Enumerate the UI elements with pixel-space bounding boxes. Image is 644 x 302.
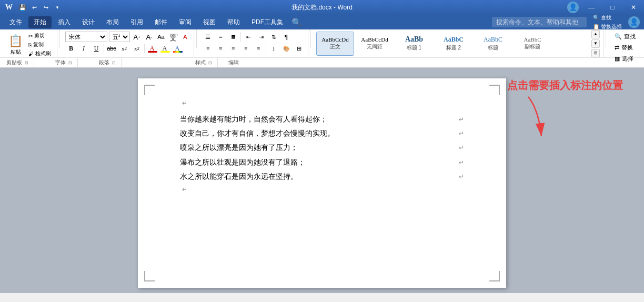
user-icon-menu[interactable]: 👤 [628, 16, 640, 28]
para-mark-4: ↵ [459, 172, 464, 183]
clear-format-button[interactable]: A [180, 32, 190, 42]
sep-para2 [266, 44, 266, 53]
subscript-button[interactable]: x2 [118, 43, 130, 54]
sep-font2 [144, 44, 145, 53]
align-center-button[interactable]: ≡ [215, 43, 226, 54]
cut-icon: ✂ [28, 33, 33, 39]
menu-pdf-tools[interactable]: PDF工具集 [246, 16, 288, 28]
doc-line-text-0: 当你越来越有能力时，自然会有人看得起你； [180, 113, 457, 126]
quick-access-dropdown[interactable]: ▼ [53, 3, 62, 12]
table-row: 当你越来越有能力时，自然会有人看得起你； ↵ [180, 113, 464, 126]
multilevel-button[interactable]: ≣ [227, 32, 239, 42]
align-right-button[interactable]: ≡ [227, 43, 239, 54]
ribbon-labels-row: 剪贴板 ⊡ 字体 ⊡ 段落 ⊡ 样式 ⊡ 编辑 [0, 58, 644, 67]
sep2 [196, 29, 197, 48]
font-expand-btn[interactable]: ⊡ [67, 59, 73, 66]
format-painter-button[interactable]: 🖌 格式刷 [27, 49, 53, 58]
style-h2-label: 标题 2 [446, 44, 461, 52]
cut-button[interactable]: ✂ 剪切 [27, 32, 53, 40]
menu-home[interactable]: 开始 [28, 16, 52, 28]
copy-button[interactable]: ⎘ 复制 [27, 41, 53, 49]
align-left-button[interactable]: ≡ [202, 43, 214, 54]
find-button[interactable]: 🔍 查找 [611, 32, 639, 42]
menu-review[interactable]: 审阅 [174, 16, 197, 28]
text-effect-button[interactable]: A [172, 43, 183, 54]
close-button[interactable]: ✕ [623, 0, 644, 15]
style-subtitle[interactable]: AaBbC 副标题 [514, 32, 551, 56]
style-h2[interactable]: AaBbC 标题 2 [435, 32, 472, 56]
bold-button[interactable]: B [65, 43, 77, 54]
search-icon-menu: 🔍 [291, 17, 302, 27]
save-quick-btn[interactable]: 💾 [18, 3, 27, 12]
menu-file[interactable]: 文件 [4, 16, 27, 28]
word-icon: W [4, 3, 14, 12]
command-search-input[interactable] [492, 17, 587, 27]
redo-quick-btn[interactable]: ↪ [41, 3, 51, 12]
document-area[interactable]: 打开Word文档，点击需要插入标注的位置 ↵ 当你越来越有能力时，自然会有人看得… [0, 68, 644, 293]
menu-design[interactable]: 设计 [77, 16, 100, 28]
style-title[interactable]: AaBbC 标题 [474, 32, 512, 56]
para-label-row: 段落 ⊡ [78, 58, 122, 67]
doc-empty-top: ↵ [180, 99, 464, 107]
font-row2: B I U abc x2 x2 A A A [65, 43, 183, 54]
increase-font-button[interactable]: A+ [132, 32, 142, 42]
underline-button[interactable]: U [90, 43, 102, 54]
para-expand-btn[interactable]: ⊡ [110, 59, 117, 66]
numbering-button[interactable]: ≡ [215, 32, 226, 42]
clipboard-expand-btn[interactable]: ⊡ [23, 59, 29, 66]
font-row1: 宋体 五号 A+ A- Aa wen 文 A [65, 32, 190, 42]
change-case-button[interactable]: Aa [156, 32, 166, 42]
borders-button[interactable]: ⊞ [293, 43, 305, 54]
shading-button[interactable]: 🎨 [280, 43, 292, 54]
document-page[interactable]: ↵ 当你越来越有能力时，自然会有人看得起你； ↵ 改变自己，你才有自信，梦想才会… [138, 78, 506, 288]
style-normal[interactable]: AaBbCcDd 正文 [316, 32, 354, 56]
font-group: 宋体 五号 A+ A- Aa wen 文 A B I U abc [62, 29, 194, 57]
style-nospace[interactable]: AaBbCcDd 无间距 [356, 32, 394, 56]
paste-icon: 📋 [8, 34, 23, 48]
decrease-indent-button[interactable]: ⇤ [243, 32, 254, 42]
menu-layout[interactable]: 布局 [101, 16, 124, 28]
document-content[interactable]: 当你越来越有能力时，自然会有人看得起你； ↵ 改变自己，你才有自信，梦想才会慢慢… [180, 113, 464, 196]
distribute-button[interactable]: ≡ [253, 43, 264, 54]
select-button[interactable]: ▦ 选择 [611, 54, 637, 64]
font-label-row: 字体 ⊡ [34, 58, 78, 67]
phonetic-button[interactable]: wen 文 [168, 32, 178, 42]
menu-references[interactable]: 引用 [125, 16, 148, 28]
italic-button[interactable]: I [78, 43, 89, 54]
sort-button[interactable]: ⇅ [268, 32, 279, 42]
superscript-button[interactable]: x2 [131, 43, 143, 54]
para-mark-0: ↵ [459, 114, 464, 126]
increase-indent-button[interactable]: ⇥ [255, 32, 267, 42]
justify-button[interactable]: ≡ [240, 43, 251, 54]
font-color-button[interactable]: A [146, 43, 158, 54]
user-avatar[interactable]: 👤 [567, 2, 579, 13]
menu-insert[interactable]: 插入 [53, 16, 76, 28]
maximize-button[interactable]: □ [602, 0, 623, 15]
minimize-button[interactable]: — [581, 0, 602, 15]
menu-view[interactable]: 视图 [198, 16, 221, 28]
font-family-select[interactable]: 宋体 [65, 32, 107, 42]
styles-expand-btn[interactable]: ⊡ [207, 59, 213, 66]
select-icon-ribbon: ▦ [615, 55, 620, 62]
table-row: 瀑布之所以壮观是因为她没有了退路； ↵ [180, 156, 464, 169]
style-scroll-controls: ▲ ▼ ⊞ [591, 30, 600, 57]
para-mark-top: ↵ [182, 99, 187, 107]
replace-button[interactable]: ⇄ 替换 [611, 43, 636, 53]
show-marks-button[interactable]: ¶ [280, 32, 292, 42]
font-size-select[interactable]: 五号 [109, 32, 130, 42]
window-controls: 👤 — □ ✕ [567, 0, 644, 15]
undo-quick-btn[interactable]: ↩ [29, 3, 39, 12]
menu-mailings[interactable]: 邮件 [149, 16, 173, 28]
decrease-font-button[interactable]: A- [144, 32, 154, 42]
highlight-button[interactable]: A [159, 43, 170, 54]
menu-help[interactable]: 帮助 [222, 16, 245, 28]
style-expand[interactable]: ⊞ [591, 49, 600, 57]
paste-button[interactable]: 📋 粘贴 [6, 33, 25, 57]
style-scroll-up[interactable]: ▲ [591, 30, 600, 38]
sep-font [104, 44, 104, 53]
line-spacing-button[interactable]: ↕ [268, 43, 279, 54]
style-h1[interactable]: AaBb 标题 1 [395, 32, 433, 56]
strikethrough-button[interactable]: abc [106, 43, 117, 54]
bullets-button[interactable]: ☰ [202, 32, 214, 42]
style-scroll-down[interactable]: ▼ [591, 39, 600, 48]
